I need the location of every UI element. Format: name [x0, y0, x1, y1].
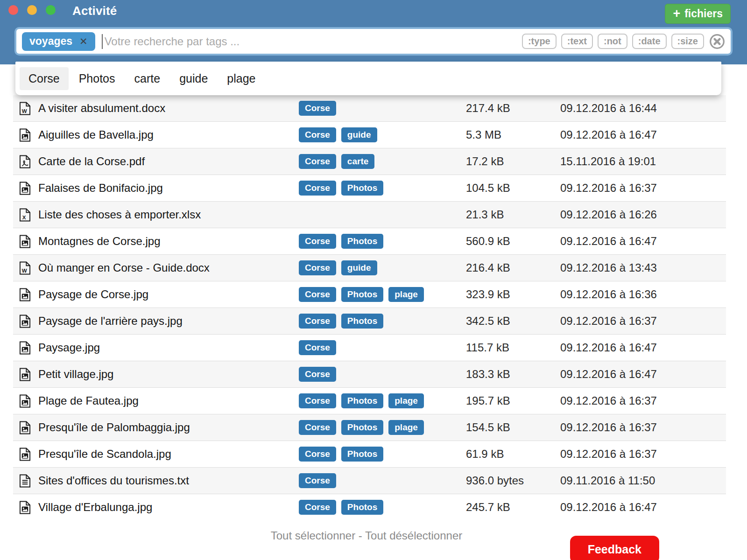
file-row[interactable]: Village d'Erbalunga.jpg CorsePhotos 245.… [13, 494, 726, 520]
suggestion-item[interactable]: guide [170, 67, 217, 90]
tag-badge[interactable]: guide [341, 260, 377, 275]
tag-badge[interactable]: Corse [299, 260, 336, 275]
file-row[interactable]: Paysage de l'arrière pays.jpg CorsePhoto… [13, 308, 726, 335]
selection-links-separator: - [355, 529, 365, 542]
tag-badge[interactable]: carte [341, 154, 374, 169]
file-size: 216.4 kB [466, 261, 560, 274]
file-tags: CorsePhotos [299, 181, 466, 196]
tag-badge[interactable]: Photos [341, 420, 383, 435]
feedback-button[interactable]: Feedback [570, 536, 659, 560]
tag-badge[interactable]: plage [388, 287, 424, 302]
file-size: 115.7 kB [466, 341, 560, 354]
tag-badge[interactable]: Corse [299, 101, 336, 116]
tag-badge[interactable]: Corse [299, 287, 336, 302]
file-row[interactable]: Carte de la Corse.pdf Corsecarte 17.2 kB… [13, 148, 726, 175]
search-filter-button[interactable]: :not [598, 34, 627, 49]
remove-tag-icon[interactable]: ✕ [79, 36, 88, 47]
file-word-icon: W [13, 102, 38, 115]
search-filter-button[interactable]: :size [671, 34, 704, 49]
tag-badge[interactable]: Corse [299, 393, 336, 408]
add-files-label: fichiers [684, 7, 723, 20]
tag-badge[interactable]: plage [388, 393, 424, 408]
file-row[interactable]: Plage de Fautea.jpg CorsePhotosplage 195… [13, 388, 726, 414]
file-name: Village d'Erbalunga.jpg [38, 501, 299, 514]
clear-search-icon[interactable] [709, 34, 725, 49]
tag-suggestions-dropdown: CorsePhotoscarteguideplage [15, 62, 721, 95]
file-date: 09.12.2016 à 16:37 [560, 394, 726, 407]
file-row[interactable]: W A visiter absulument.docx Corse 217.4 … [13, 95, 726, 122]
suggestion-item[interactable]: Corse [20, 67, 69, 90]
file-row[interactable]: Paysage.jpg Corse 115.7 kB 09.12.2016 à … [13, 335, 726, 361]
text-caret [102, 34, 103, 49]
file-image-icon [13, 341, 38, 355]
search-filter-button[interactable]: :text [561, 34, 593, 49]
file-size: 104.5 kB [466, 182, 560, 195]
search-filter-button[interactable]: :date [632, 34, 667, 49]
file-size: 195.7 kB [466, 394, 560, 407]
search-bar[interactable]: voyages ✕ Votre recherche par tags ... :… [16, 29, 731, 54]
file-row[interactable]: Presqu'île de Palombaggia.jpg CorsePhoto… [13, 414, 726, 441]
tag-badge[interactable]: Corse [299, 181, 336, 196]
file-row[interactable]: Petit village.jpg Corse 183.3 kB 09.12.2… [13, 361, 726, 388]
suggestion-item[interactable]: carte [126, 67, 169, 90]
tag-badge[interactable]: Corse [299, 420, 336, 435]
file-size: 183.3 kB [466, 368, 560, 381]
file-name: Où manger en Corse - Guide.docx [38, 261, 299, 274]
search-tag-chip[interactable]: voyages ✕ [22, 32, 95, 51]
tag-badge[interactable]: Photos [341, 447, 383, 462]
file-tags: Corseguide [299, 260, 466, 275]
deselect-all-link[interactable]: Tout désélectionner [365, 529, 462, 542]
svg-text:W: W [22, 268, 27, 273]
file-name: Montagnes de Corse.jpg [38, 235, 299, 248]
file-date: 09.12.2016 à 16:26 [560, 208, 726, 221]
close-window-button[interactable] [8, 5, 18, 15]
tag-badge[interactable]: Corse [299, 367, 336, 382]
file-size: 17.2 kB [466, 155, 560, 168]
file-row[interactable]: Sites d'offices du tourismes.txt Corse 9… [13, 468, 726, 494]
file-date: 15.11.2016 à 19:01 [560, 155, 726, 168]
tag-badge[interactable]: Corse [299, 500, 336, 515]
minimize-window-button[interactable] [27, 5, 37, 15]
suggestion-item[interactable]: plage [218, 67, 264, 90]
file-row[interactable]: Falaises de Bonifacio.jpg CorsePhotos 10… [13, 175, 726, 202]
file-tags: Corse [299, 101, 466, 116]
search-tag-chip-label: voyages [29, 35, 72, 48]
tag-badge[interactable]: Corse [299, 127, 336, 142]
title-bar: Activité + fichiers voyages ✕ Votre rech… [0, 0, 747, 64]
tag-badge[interactable]: Corse [299, 340, 336, 355]
tag-badge[interactable]: Photos [341, 314, 383, 329]
file-row[interactable]: Paysage de Corse.jpg CorsePhotosplage 32… [13, 281, 726, 308]
file-tags: Corse [299, 340, 466, 355]
add-files-button[interactable]: + fichiers [665, 4, 731, 24]
file-tags: CorsePhotosplage [299, 420, 466, 435]
tag-badge[interactable]: Photos [341, 181, 383, 196]
tag-badge[interactable]: Photos [341, 500, 383, 515]
tag-badge[interactable]: Corse [299, 314, 336, 329]
file-date: 09.11.2016 à 11:50 [560, 474, 726, 487]
file-row[interactable]: Aiguilles de Bavella.jpg Corseguide 5.3 … [13, 122, 726, 148]
file-row[interactable]: X Liste des choses à emporter.xlsx 21.3 … [13, 202, 726, 228]
file-tags: CorsePhotos [299, 234, 466, 249]
select-all-link[interactable]: Tout sélectionner [271, 529, 355, 542]
file-excel-icon: X [13, 208, 38, 222]
file-name: Falaises de Bonifacio.jpg [38, 182, 299, 195]
file-date: 09.12.2016 à 16:47 [560, 501, 726, 514]
tag-badge[interactable]: Photos [341, 234, 383, 249]
search-filter-button[interactable]: :type [522, 34, 557, 49]
file-image-icon [13, 235, 38, 248]
tag-badge[interactable]: guide [341, 127, 377, 142]
tag-badge[interactable]: Corse [299, 447, 336, 462]
tag-badge[interactable]: Photos [341, 393, 383, 408]
tag-badge[interactable]: Corse [299, 154, 336, 169]
file-row[interactable]: Presqu'île de Scandola.jpg CorsePhotos 6… [13, 441, 726, 468]
zoom-window-button[interactable] [46, 5, 56, 15]
tag-badge[interactable]: Photos [341, 287, 383, 302]
tag-badge[interactable]: Corse [299, 234, 336, 249]
file-row[interactable]: W Où manger en Corse - Guide.docx Corseg… [13, 255, 726, 281]
file-image-icon [13, 368, 38, 381]
file-row[interactable]: Montagnes de Corse.jpg CorsePhotos 560.9… [13, 228, 726, 255]
suggestion-item[interactable]: Photos [70, 67, 124, 90]
file-image-icon [13, 448, 38, 461]
tag-badge[interactable]: Corse [299, 473, 336, 488]
tag-badge[interactable]: plage [388, 420, 424, 435]
